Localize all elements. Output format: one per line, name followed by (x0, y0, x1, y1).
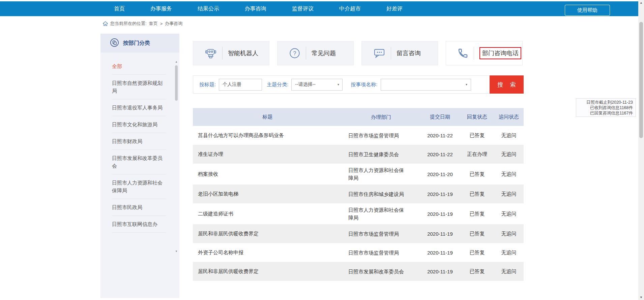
stats-line-1: 日照市截止到2020-11-23 (576, 100, 633, 105)
row-date: 2020-11-19 (420, 231, 460, 237)
row-date: 2020-11-22 (420, 133, 460, 138)
nav-item[interactable]: 首页 (114, 5, 125, 12)
row-reply-status: 已答复 (460, 171, 494, 177)
item-filter-label: 按事项名称: (351, 81, 377, 88)
row-title[interactable]: 二级建造师证书 (193, 211, 342, 217)
table-row[interactable]: 老旧小区加装电梯 日照市住房和城乡建设局 2020-11-19 已答复 无追问 (193, 185, 524, 203)
message-icon (373, 48, 385, 59)
breadcrumb-prefix: 您当前所在的位置: (110, 21, 147, 27)
table-row[interactable]: 二级建造师证书 日照市人力资源和社会保障局 2020-11-19 已答复 无追问 (193, 203, 524, 224)
table-row[interactable]: 档案接收 日照市人力资源和社会保障局 2020-11-20 已答复 无追问 (193, 164, 524, 185)
sidebar-department-list: 全部 日照市自然资源和规划局 日照市退役军人事务局 日照市文化和旅游局 日照市财… (100, 53, 179, 233)
sidebar-header: 按部门分类 (100, 34, 179, 53)
tab-message-consult[interactable]: 留言咨询 (361, 41, 438, 65)
row-title[interactable]: 老旧小区加装电梯 (193, 191, 342, 197)
table-row[interactable]: 准生证办理 日照市卫生健康委员会 2020-11-22 正在办理 无追问 (193, 145, 524, 164)
consult-tabs: 智能机器人 ? 常见问题 留言咨询 部门咨询电话 (193, 41, 524, 65)
row-follow-status: 无追问 (494, 211, 524, 217)
row-reply-status: 已答复 (460, 268, 494, 275)
row-dept: 日照市人力资源和社会保障局 (342, 206, 420, 222)
breadcrumb-separator: > (160, 21, 163, 26)
table-row[interactable]: 莒县什么地方可以办理商品条形码业务 日照市市场监督管理局 2020-11-22 … (193, 126, 524, 145)
row-date: 2020-11-22 (420, 152, 460, 157)
sidebar-department-item[interactable]: 全部 (112, 58, 166, 75)
row-dept: 日照市市场监督管理局 (342, 230, 420, 238)
sidebar-department-item[interactable]: 日照市民政局 (112, 199, 166, 216)
sidebar-scroll-down-icon[interactable]: ▼ (174, 249, 178, 254)
tab-smart-robot[interactable]: 智能机器人 (193, 41, 269, 65)
row-title[interactable]: 居民和非居民供暖收费界定 (193, 231, 342, 237)
item-name-select[interactable]: ▼ (381, 79, 471, 91)
sidebar-department-item[interactable]: 日照市财政局 (112, 133, 166, 150)
row-reply-status: 已答复 (460, 249, 494, 256)
scroll-down-icon[interactable]: ▼ (638, 296, 644, 299)
row-title[interactable]: 准生证办理 (193, 151, 342, 158)
row-reply-status: 已答复 (460, 191, 494, 197)
tab-label-highlighted: 部门咨询电话 (479, 47, 521, 59)
row-follow-status: 无追问 (494, 249, 524, 256)
tab-divider (391, 47, 391, 60)
category-select-value: --请选择-- (295, 81, 316, 88)
sidebar-department-item[interactable]: 日照市自然资源和规划局 (112, 75, 166, 99)
nav-item[interactable]: 中介超市 (339, 5, 361, 12)
department-sidebar: 按部门分类 全部 日照市自然资源和规划局 日照市退役军人事务局 日照市文化和旅游… (100, 34, 179, 298)
nav-menu: 首页 办事服务 结果公示 办事咨询 监督评议 中介超市 好差评 (114, 1, 403, 16)
row-date: 2020-11-20 (420, 171, 460, 177)
nav-item[interactable]: 办事服务 (150, 5, 172, 12)
help-button[interactable]: 使用帮助 (565, 5, 610, 16)
search-button[interactable]: 搜 索 (490, 75, 524, 94)
row-follow-status: 无追问 (494, 191, 524, 197)
main-content: 智能机器人 ? 常见问题 留言咨询 部门咨询电话 按标题: 主题分类: (193, 41, 524, 65)
col-header-reply: 回复状态 (460, 114, 494, 120)
table-row[interactable]: 居民和非居民供暖收费界定 日照市发展和改革委员会 2020-11-19 已答复 … (193, 262, 524, 281)
sidebar-department-item[interactable]: 日照市发展和改革委员会 (112, 150, 166, 174)
table-body: 莒县什么地方可以办理商品条形码业务 日照市市场监督管理局 2020-11-22 … (193, 126, 524, 281)
row-title[interactable]: 居民和非居民供暖收费界定 (193, 268, 342, 275)
row-follow-status: 无追问 (494, 231, 524, 237)
row-dept: 日照市市场监督管理局 (342, 249, 420, 257)
row-date: 2020-11-19 (420, 211, 460, 217)
nav-item[interactable]: 好差评 (386, 5, 403, 12)
sidebar-scroll-up-icon[interactable]: ▲ (174, 60, 178, 64)
table-row[interactable]: 居民和非居民供暖收费界定 日照市市场监督管理局 2020-11-19 已答复 无… (193, 224, 524, 243)
tab-department-phone[interactable]: 部门咨询电话 (446, 41, 523, 65)
row-date: 2020-11-19 (420, 269, 460, 274)
sidebar-scroll-thumb[interactable] (175, 65, 178, 101)
sidebar-department-item[interactable]: 日照市文化和旅游局 (112, 116, 166, 133)
scrollbar-thumb[interactable] (639, 22, 643, 138)
tab-label: 智能机器人 (228, 49, 258, 57)
scroll-up-icon[interactable]: ▲ (638, 1, 644, 4)
tab-label: 常见问题 (312, 49, 336, 57)
row-dept: 日照市市场监督管理局 (342, 132, 420, 139)
nav-item[interactable]: 监督评议 (292, 5, 314, 12)
nav-item[interactable]: 办事咨询 (245, 5, 266, 12)
title-search-input[interactable] (219, 79, 262, 91)
category-select[interactable]: --请选择-- ▼ (291, 79, 343, 91)
tab-faq[interactable]: ? 常见问题 (277, 41, 354, 65)
table-header-row: 标题 办理部门 提交日期 回复状态 追问状态 (193, 108, 524, 126)
sidebar-department-item[interactable]: 日照市人力资源和社会保障局 (112, 174, 166, 199)
row-date: 2020-11-19 (420, 250, 460, 256)
row-follow-status: 无追问 (494, 268, 524, 275)
sidebar-department-item[interactable]: 日照市退役军人事务局 (112, 99, 166, 116)
chevron-down-icon: ▼ (337, 83, 340, 86)
window-scrollbar[interactable]: ▲ ▼ (638, 0, 644, 300)
breadcrumb-home-link[interactable]: 首页 (149, 21, 158, 27)
row-dept: 日照市卫生健康委员会 (342, 151, 420, 158)
row-reply-status: 正在办理 (460, 151, 494, 158)
sidebar-scrollbar[interactable]: ▲ ▼ (174, 60, 178, 254)
row-title[interactable]: 莒县什么地方可以办理商品条形码业务 (193, 132, 342, 139)
row-title[interactable]: 外资子公司名称申报 (193, 249, 342, 256)
row-dept: 日照市人力资源和社会保障局 (342, 166, 420, 182)
breadcrumb-current: 办事咨询 (165, 21, 182, 27)
row-dept: 日照市住房和城乡建设局 (342, 190, 420, 198)
col-header-title: 标题 (193, 114, 342, 120)
nav-item[interactable]: 结果公示 (198, 5, 219, 12)
sidebar-department-item[interactable]: 日照市互联网信息办 (112, 216, 166, 233)
row-title[interactable]: 档案接收 (193, 171, 342, 177)
sidebar-title: 按部门分类 (123, 40, 150, 47)
top-nav-bar: 首页 办事服务 结果公示 办事咨询 监督评议 中介超市 好差评 使用帮助 (0, 1, 638, 16)
row-reply-status: 已答复 (460, 132, 494, 139)
row-follow-status: 无追问 (494, 151, 524, 158)
table-row[interactable]: 外资子公司名称申报 日照市市场监督管理局 2020-11-19 已答复 无追问 (193, 243, 524, 262)
